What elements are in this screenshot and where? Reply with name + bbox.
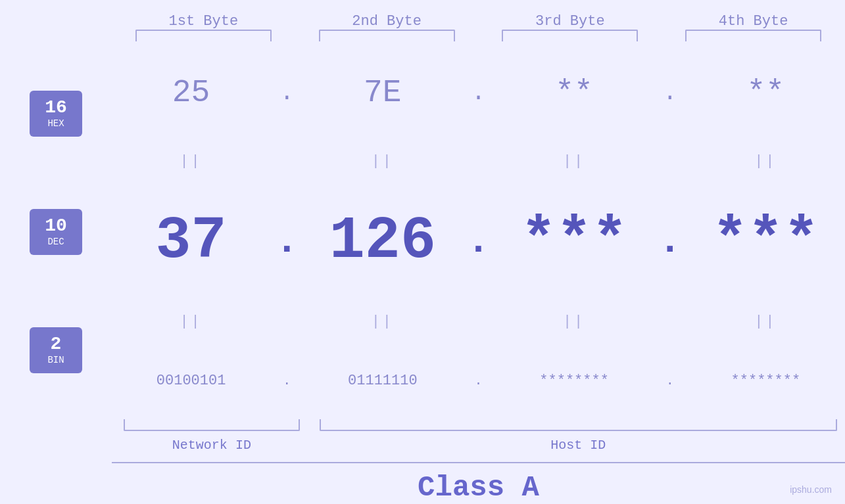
host-id-label: Host ID	[550, 435, 606, 455]
hex-value-3: **	[555, 75, 593, 110]
sep-2-3: ||	[495, 313, 654, 330]
hex-badge: 16 HEX	[30, 91, 82, 137]
dec-dot-3: .	[654, 219, 687, 263]
bin-cell-3: ********	[495, 373, 654, 389]
dec-badge: 10 DEC	[30, 209, 82, 255]
byte-header-2: 2nd Byte	[295, 13, 479, 30]
byte-header-3: 3rd Byte	[479, 13, 662, 30]
sep-2-1: ||	[112, 313, 270, 330]
host-bracket	[320, 419, 837, 431]
top-bracket-row	[0, 30, 845, 41]
bracket-3	[502, 30, 638, 41]
dec-value-1: 37	[156, 212, 227, 271]
bracket-cell-1	[112, 30, 295, 41]
bracket-cell-4	[662, 30, 845, 41]
hex-value-2: 7E	[364, 75, 402, 110]
bottom-section: Network ID Host ID Class A	[0, 419, 845, 504]
network-id-bracket-wrap: Network ID	[112, 419, 312, 455]
sep-1-3: ||	[495, 153, 654, 170]
bin-badge-label: BIN	[47, 355, 64, 365]
bin-value-1: 00100101	[157, 373, 226, 389]
bin-dot-3: .	[654, 373, 687, 388]
network-id-label: Network ID	[172, 435, 251, 455]
dec-cell-2: 126	[303, 212, 462, 271]
bin-value-2: 01111110	[348, 373, 418, 389]
bin-badge: 2 BIN	[30, 327, 82, 373]
dec-value-4: ***	[712, 212, 819, 271]
hex-cell-2: 7E	[303, 75, 462, 110]
dec-cell-1: 37	[112, 212, 270, 271]
byte-headers: 1st Byte 2nd Byte 3rd Byte 4th Byte	[0, 0, 845, 30]
sep-1-4: ||	[687, 153, 845, 170]
dec-value-2: 126	[329, 212, 436, 271]
sep-2-4: ||	[687, 313, 845, 330]
bin-cell-4: ********	[687, 373, 845, 389]
hex-cell-1: 25	[112, 75, 270, 110]
bin-value-4: ********	[731, 373, 801, 389]
sep-row-2: || || || ||	[112, 312, 845, 332]
dec-cell-4: ***	[687, 212, 845, 271]
dec-badge-num: 10	[45, 217, 67, 235]
bin-value-3: ********	[539, 373, 609, 389]
sep-1-1: ||	[112, 153, 270, 170]
bin-dot-2: .	[462, 373, 495, 388]
bin-cell-1: 00100101	[112, 373, 270, 389]
dec-row: 37 . 126 . *** . ***	[112, 212, 845, 271]
dec-value-3: ***	[521, 212, 627, 271]
bin-cell-2: 01111110	[303, 373, 462, 389]
byte-header-4: 4th Byte	[662, 13, 845, 30]
dec-badge-label: DEC	[47, 237, 64, 247]
dec-dot-2: .	[462, 219, 495, 263]
bin-dot-1: .	[270, 373, 303, 388]
hex-cell-3: **	[495, 75, 654, 110]
hex-cell-4: **	[687, 75, 845, 110]
bracket-4	[685, 30, 821, 41]
hex-dot-3: .	[654, 80, 687, 106]
dec-cell-3: ***	[495, 212, 654, 271]
bracket-1	[135, 30, 272, 41]
bin-badge-num: 2	[51, 335, 62, 354]
main-container: 1st Byte 2nd Byte 3rd Byte 4th Byte 16 H…	[0, 0, 845, 504]
hex-badge-num: 16	[45, 99, 67, 117]
class-row: Class A	[112, 462, 845, 504]
bottom-bracket-row: Network ID Host ID	[112, 419, 845, 455]
hex-dot-2: .	[462, 80, 495, 106]
sep-2-2: ||	[303, 313, 462, 330]
rows-area: 25 . 7E . ** . ** || ||	[112, 48, 845, 416]
hex-value-4: **	[747, 75, 785, 110]
hex-badge-label: HEX	[47, 118, 64, 129]
host-id-bracket-wrap: Host ID	[312, 419, 845, 455]
hex-value-1: 25	[172, 75, 210, 110]
dec-dot-1: .	[270, 219, 303, 263]
footer: ipshu.com	[790, 484, 832, 495]
byte-header-1: 1st Byte	[112, 13, 295, 30]
class-label: Class A	[418, 471, 539, 504]
sep-row-1: || || || ||	[112, 151, 845, 171]
content-area: 16 HEX 10 DEC 2 BIN 25 . 7E	[0, 48, 845, 416]
sep-1-2: ||	[303, 153, 462, 170]
bracket-cell-2	[295, 30, 479, 41]
bracket-cell-3	[479, 30, 662, 41]
hex-row: 25 . 7E . ** . **	[112, 75, 845, 110]
bin-row: 00100101 . 01111110 . ******** . *******…	[112, 373, 845, 389]
network-bracket	[124, 419, 299, 431]
bracket-2	[319, 30, 455, 41]
hex-dot-1: .	[270, 80, 303, 106]
badges-column: 16 HEX 10 DEC 2 BIN	[0, 48, 112, 416]
